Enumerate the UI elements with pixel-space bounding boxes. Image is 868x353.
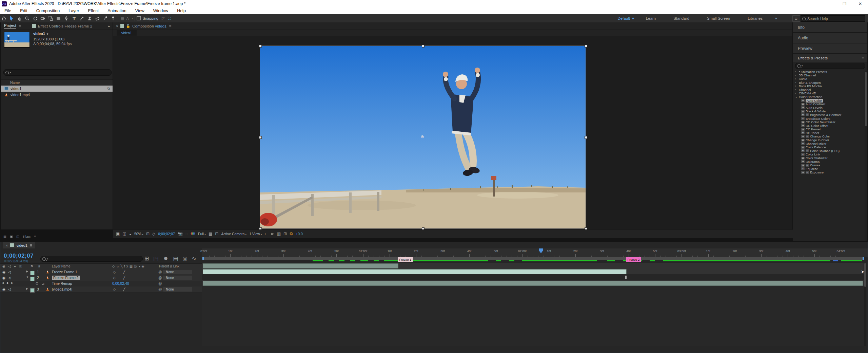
quality-switch-icon[interactable]: ╱ (123, 287, 125, 291)
stopwatch-icon[interactable]: ⏱ (36, 281, 38, 286)
effect-item-cccolorneutralizer[interactable]: 32CC Color Neutralizer (793, 120, 867, 124)
menu-edit[interactable]: Edit (16, 7, 32, 14)
collapse-switch-icon[interactable]: ◇ (113, 270, 116, 274)
roi-icon[interactable]: ⊡ (215, 231, 218, 236)
type-tool[interactable]: T (70, 15, 78, 22)
effects-presets-header[interactable]: Effects & Presets ≡ (793, 54, 867, 62)
view-layout-dropdown[interactable]: 1 View▾ (249, 232, 262, 236)
speaker-icon[interactable]: ◁ (8, 276, 11, 280)
speaker-icon[interactable]: ◁ (8, 270, 11, 274)
panel-overflow-chevron[interactable]: » (108, 24, 110, 28)
graph-editor-icon[interactable]: ∿ (192, 255, 196, 262)
pickwhip-icon[interactable]: @ (158, 270, 162, 274)
brush-tool[interactable] (78, 15, 86, 22)
solo-column-icon[interactable]: ● (14, 264, 16, 268)
video-column-icon[interactable]: ◉ (2, 264, 5, 268)
effect-item-colorbalancehls[interactable]: 3232Color Balance (HLS) (793, 149, 867, 153)
effect-item-cckernel[interactable]: 32CC Kernel (793, 128, 867, 131)
time-remap-value[interactable]: 0;00;02;40 (112, 281, 129, 285)
effect-category-3dchannel[interactable]: ›3D Channel (793, 74, 867, 77)
home-tool[interactable] (0, 15, 8, 22)
panel-header-audio[interactable]: Audio (793, 33, 867, 43)
close-timeline-icon[interactable]: × (6, 243, 8, 247)
parent-link-column-label[interactable]: Parent & Link (159, 264, 179, 268)
chevron-right-icon[interactable]: › (795, 70, 798, 73)
resolution-dropdown[interactable]: Full▾ (198, 232, 206, 236)
lock-icon[interactable]: 🔓 (126, 24, 130, 28)
effect-item-autocontrast[interactable]: 16Auto Contrast (793, 102, 867, 106)
magnification-dropdown[interactable]: 50%▾ (134, 232, 143, 236)
work-area-start-handle[interactable] (202, 257, 204, 260)
expander-right-icon[interactable]: ▶ (26, 270, 28, 273)
current-timecode[interactable]: 0;00;02;07 (4, 253, 34, 259)
switches-column-icons[interactable]: ◇☼╲fx▦◎◑◈ (112, 264, 146, 268)
safe-margins-icon[interactable]: ⊞ (146, 231, 150, 236)
puppet-pin-tool[interactable] (109, 15, 117, 22)
effect-item-colorstabilizer[interactable]: 16Color Stabilizer (793, 156, 867, 160)
selection-handle[interactable] (585, 45, 587, 48)
selection-handle[interactable] (259, 136, 262, 139)
lock-column-icon[interactable]: ⚿ (19, 264, 22, 268)
menu-layer[interactable]: Layer (64, 7, 83, 14)
parent-dropdown[interactable]: None▼ (163, 287, 192, 292)
layer-bar-1[interactable] (203, 263, 398, 268)
number-column-label[interactable]: # (38, 264, 40, 268)
track-row-1[interactable] (202, 263, 864, 269)
viewer-timecode[interactable]: 0;00;02;07 (158, 232, 175, 236)
new-comp-icon[interactable]: ◫ (16, 235, 19, 238)
frame-blend-icon[interactable]: ▤ (173, 255, 178, 262)
keyframe-diamond-icon[interactable]: ◆ (6, 281, 8, 284)
interpret-footage-icon[interactable]: ▤ (3, 235, 6, 238)
anchor-point-icon[interactable]: ⊕ (420, 134, 424, 139)
snap-to-box-icon[interactable]: ⛶ (168, 16, 171, 21)
selection-handle[interactable] (259, 45, 262, 48)
chevron-right-icon[interactable]: › (795, 85, 798, 88)
effect-item-exposure[interactable]: 3232Exposure (793, 171, 867, 174)
effect-item-cctoner[interactable]: 32CC Toner (793, 131, 867, 135)
comp-mini-flowchart-icon[interactable]: ⊞ (144, 255, 149, 262)
effect-item-colorama[interactable]: 16Colorama (793, 160, 867, 164)
minimize-button[interactable]: — (821, 0, 837, 7)
effect-item-equalize[interactable]: 8Equalize (793, 167, 867, 171)
camera-dropdown[interactable]: Active Camera▾ (221, 232, 246, 236)
workspace-standard[interactable]: Standard (665, 16, 698, 20)
parent-dropdown[interactable]: None▼ (163, 276, 192, 280)
effect-item-curves[interactable]: 3232Curves (793, 163, 867, 167)
chevron-right-icon[interactable]: › (795, 74, 798, 77)
menu-effect[interactable]: Effect (83, 7, 103, 14)
preview-item-name[interactable]: video1 (33, 32, 45, 36)
prev-keyframe-icon[interactable]: ◀ (2, 281, 4, 284)
snapshot-icon[interactable]: 📷 (178, 231, 183, 236)
label-column-icon[interactable]: ⚑ (30, 264, 33, 268)
workspace-overflow-chevron[interactable]: » (775, 16, 776, 21)
project-panel-menu-icon[interactable]: ≡ (19, 24, 21, 29)
menu-animation[interactable]: Animation (103, 7, 131, 14)
layer-bar-2[interactable] (203, 269, 627, 274)
property-name[interactable]: Time Remap (52, 281, 72, 285)
tab-composition[interactable]: Composition video1 (132, 24, 166, 28)
workspace-default[interactable]: Default (616, 16, 632, 20)
effect-category-blursharpen[interactable]: ›Blur & Sharpen (793, 81, 867, 85)
menu-view[interactable]: View (131, 7, 149, 14)
parent-dropdown[interactable]: None▼ (163, 270, 192, 274)
timeline-tab[interactable]: × video1 ≡ (3, 242, 35, 248)
main-viewer-icon[interactable]: ◫ (122, 231, 126, 236)
track-row-2[interactable] (202, 268, 864, 275)
pickwhip-icon[interactable]: @ (158, 276, 162, 280)
composition-panel-menu-icon[interactable]: ≡ (169, 24, 171, 29)
menu-composition[interactable]: Composition (32, 7, 64, 14)
snapping-toggle[interactable]: Snapping (137, 16, 158, 20)
effect-item-brightnesscontrast[interactable]: 3232Brightness & Contrast (793, 113, 867, 117)
pen-tool[interactable] (62, 15, 70, 22)
collapse-switch-icon[interactable]: ◇ (113, 276, 116, 280)
mask-path-icon[interactable]: ◇ (152, 231, 155, 236)
playhead-line[interactable] (541, 257, 541, 346)
playhead-handle[interactable] (539, 248, 543, 253)
hide-shy-icon[interactable]: ☻ (163, 255, 169, 262)
project-item-video1[interactable]: video1⧉ (1, 86, 113, 92)
effect-item-colorlink[interactable]: 8Color Link (793, 153, 867, 156)
close-button[interactable]: ✕ (852, 0, 868, 7)
chevron-right-icon[interactable]: › (795, 81, 798, 84)
chevron-right-icon[interactable]: › (795, 77, 798, 80)
layer-row-3[interactable]: ◉◁▶3[video1.mp4]◇╱@None▼ (0, 286, 202, 293)
